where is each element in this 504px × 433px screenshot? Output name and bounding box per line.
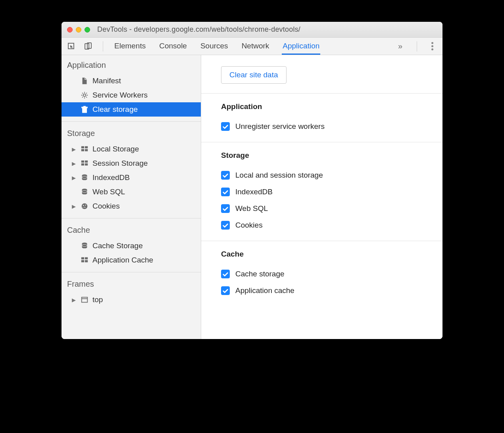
zoom-window-button[interactable]: [85, 27, 90, 33]
tab-network[interactable]: Network: [241, 38, 270, 55]
devtools-window: DevTools - developers.google.com/web/too…: [62, 22, 442, 339]
cookie-icon: [81, 202, 88, 210]
group-frames: Frames: [62, 274, 201, 293]
sidebar-item-label: IndexedDB: [92, 173, 130, 182]
tab-elements[interactable]: Elements: [113, 38, 146, 55]
database-icon: [81, 242, 88, 250]
section-heading: Cache: [221, 250, 442, 259]
sidebar-item-label: Clear storage: [92, 105, 138, 114]
database-icon: [81, 188, 88, 196]
checkbox-application-cache[interactable]: Application cache: [221, 282, 442, 299]
panel-tabs: Elements Console Sources Network Applica…: [113, 38, 386, 55]
sidebar-item-label: top: [92, 295, 103, 304]
sidebar-item-top-frame[interactable]: ▶ top: [62, 293, 201, 307]
sidebar-item-manifest[interactable]: ▶ Manifest: [62, 74, 201, 88]
grid-icon: [81, 159, 88, 167]
checkbox-icon: [221, 171, 230, 180]
sidebar-item-indexeddb[interactable]: ▶ IndexedDB: [62, 171, 201, 185]
sidebar-item-local-storage[interactable]: ▶ Local Storage: [62, 142, 201, 156]
grid-icon: [81, 145, 88, 153]
gear-icon: [81, 91, 88, 99]
group-application: Application: [62, 55, 201, 74]
sidebar-item-application-cache[interactable]: ▶ Application Cache: [62, 253, 201, 267]
checkbox-icon: [221, 221, 230, 230]
divider: [62, 121, 201, 122]
checkbox-cache-storage[interactable]: Cache storage: [221, 266, 442, 282]
checkbox-icon: [221, 122, 230, 131]
overflow-tabs-icon[interactable]: »: [394, 40, 406, 52]
checkbox-label: Application cache: [235, 286, 294, 295]
checkbox-icon: [221, 286, 230, 295]
grid-icon: [81, 256, 88, 264]
sidebar-item-websql[interactable]: ▶ Web SQL: [62, 185, 201, 199]
tab-sources[interactable]: Sources: [200, 38, 229, 55]
checkbox-unregister-service-workers[interactable]: Unregister service workers: [221, 118, 442, 135]
sidebar-item-label: Web SQL: [92, 188, 125, 196]
section-application: Application Unregister service workers: [201, 93, 442, 142]
checkbox-label: Unregister service workers: [235, 122, 325, 131]
sidebar-item-label: Cookies: [92, 202, 120, 211]
sidebar-item-cookies[interactable]: ▶ Cookies: [62, 199, 201, 213]
checkbox-icon: [221, 188, 230, 196]
sidebar-item-label: Manifest: [92, 77, 121, 85]
sidebar-item-service-workers[interactable]: ▶ Service Workers: [62, 88, 201, 102]
group-storage: Storage: [62, 123, 201, 142]
application-sidebar: Application ▶ Manifest ▶ Service Workers…: [62, 55, 201, 339]
sidebar-item-session-storage[interactable]: ▶ Session Storage: [62, 156, 201, 171]
frame-icon: [81, 296, 88, 304]
sidebar-item-cache-storage[interactable]: ▶ Cache Storage: [62, 239, 201, 253]
sidebar-item-label: Cache Storage: [92, 241, 143, 250]
trash-icon: [81, 105, 88, 113]
divider: [62, 272, 201, 272]
checkbox-label: Web SQL: [235, 204, 268, 213]
window-title: DevTools - developers.google.com/web/too…: [97, 25, 300, 34]
inspect-element-icon[interactable]: [67, 42, 76, 51]
sidebar-item-label: Service Workers: [92, 91, 148, 100]
clear-storage-pane: Clear site data Application Unregister s…: [201, 55, 442, 339]
checkbox-label: IndexedDB: [235, 188, 273, 196]
sidebar-item-label: Local Storage: [92, 145, 139, 153]
traffic-lights: [67, 27, 90, 33]
checkbox-websql[interactable]: Web SQL: [221, 200, 442, 217]
checkbox-icon: [221, 270, 230, 278]
sidebar-item-label: Session Storage: [92, 159, 148, 168]
checkbox-label: Cookies: [235, 221, 263, 230]
minimize-window-button[interactable]: [76, 27, 81, 33]
checkbox-indexeddb[interactable]: IndexedDB: [221, 184, 442, 200]
close-window-button[interactable]: [67, 27, 73, 33]
divider: [62, 218, 201, 218]
divider: [417, 41, 417, 52]
sidebar-item-label: Application Cache: [92, 256, 153, 264]
checkbox-icon: [221, 204, 230, 213]
group-cache: Cache: [62, 220, 201, 239]
titlebar: DevTools - developers.google.com/web/too…: [62, 22, 442, 38]
database-icon: [81, 174, 88, 182]
file-icon: [81, 77, 88, 85]
checkbox-cookies[interactable]: Cookies: [221, 217, 442, 234]
clear-site-data-button[interactable]: Clear site data: [221, 66, 287, 84]
section-cache: Cache Cache storage Application cache: [201, 241, 442, 306]
tab-application[interactable]: Application: [282, 38, 320, 55]
devtools-toolbar: Elements Console Sources Network Applica…: [62, 38, 442, 55]
tab-console[interactable]: Console: [158, 38, 188, 55]
device-toggle-icon[interactable]: [84, 42, 92, 51]
section-heading: Application: [221, 102, 442, 111]
divider: [103, 41, 103, 52]
checkbox-label: Cache storage: [235, 270, 285, 278]
menu-icon[interactable]: [427, 41, 437, 52]
section-storage: Storage Local and session storage Indexe…: [201, 142, 442, 241]
sidebar-item-clear-storage[interactable]: ▶ Clear storage: [62, 102, 201, 117]
checkbox-label: Local and session storage: [235, 171, 323, 180]
checkbox-local-session-storage[interactable]: Local and session storage: [221, 167, 442, 184]
section-heading: Storage: [221, 151, 442, 160]
